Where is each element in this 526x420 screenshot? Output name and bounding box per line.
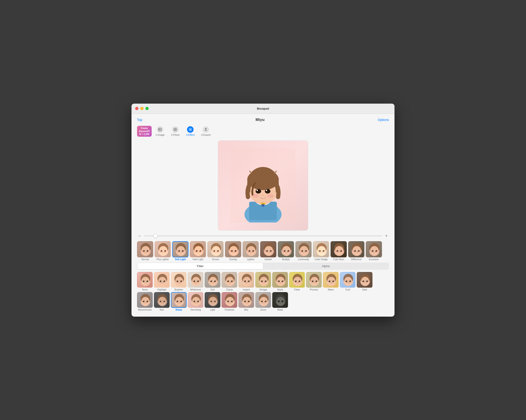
filter-sepia[interactable]: Sepia [272,272,288,291]
blend-mode-plus-lighter[interactable]: Plus Lighter [155,241,171,261]
minimize-button[interactable] [140,107,143,110]
svg-point-50 [159,251,162,253]
svg-point-253 [361,277,369,285]
filter-process[interactable]: Process [306,272,322,291]
filter-zoom[interactable]: Zoom [255,292,271,311]
step-effect-button[interactable]: 3.Effect [183,125,197,138]
filter-denoising[interactable]: Denoising [188,292,203,311]
preview-area [137,140,389,231]
svg-point-274 [175,297,183,305]
svg-point-68 [194,251,197,253]
svg-point-317 [278,300,280,302]
svg-point-113 [283,251,285,253]
svg-point-22 [247,169,279,190]
step-piece-button[interactable]: 2.Piece [168,125,182,138]
svg-point-166 [147,281,147,281]
blend-mode-multiply[interactable]: Multiply [278,241,294,261]
svg-point-42 [147,251,150,253]
blend-mode-screen[interactable]: Screen [207,241,224,261]
filter-cool[interactable]: Cool [340,272,356,291]
svg-point-221 [278,281,279,281]
filter-thumb-sharp [171,292,187,308]
svg-point-77 [212,251,214,253]
filter-vintage[interactable]: Vintage [255,272,271,291]
svg-point-309 [260,297,268,305]
blend-thumb-screen [207,241,224,257]
svg-point-268 [160,300,161,302]
blend-mode-lighten[interactable]: Lighten [243,241,259,261]
svg-point-67 [200,250,200,251]
filter-tab-alpha[interactable]: Alpha [263,263,388,269]
blend-thumb-luminosity [295,241,312,257]
filter-thumb-mask [272,292,288,308]
svg-point-111 [284,250,284,251]
filter-highlight[interactable]: Highlight [154,272,170,291]
svg-point-179 [177,281,177,281]
zoom-in-button[interactable]: + [384,233,389,238]
filter-posterize[interactable]: Posterize [222,292,237,311]
svg-point-51 [165,251,167,253]
svg-point-228 [295,281,295,281]
filter-tab-filter[interactable]: Filter [138,263,263,269]
blend-mode-normal[interactable]: Normal [137,241,153,261]
svg-point-87 [235,251,238,253]
blend-mode-luminosity[interactable]: Luminosity [295,241,312,261]
svg-rect-3 [175,128,177,129]
filter-clamp[interactable]: Clamp [222,272,237,291]
filter-light[interactable]: Light [205,292,220,311]
svg-point-54 [177,246,185,255]
blend-mode-hard-light[interactable]: Hard Light [190,241,206,261]
filter-none[interactable]: None [137,272,153,291]
filter-whiteness[interactable]: Whiteness [188,272,203,291]
svg-point-241 [332,280,334,282]
zoom-out-button[interactable]: − [137,233,142,238]
blend-mode-soft-light[interactable]: Soft Light [172,241,188,261]
filter-label-mask: Mask [277,309,283,311]
svg-point-291 [211,301,211,301]
maximize-button[interactable] [145,107,149,110]
filter-label-warm: Warm [328,288,334,291]
blend-mode-darken[interactable]: Darken [260,241,276,261]
filter-warm[interactable]: Warm [323,272,339,291]
top-link[interactable]: Top [137,118,142,122]
svg-point-93 [249,250,249,251]
svg-point-58 [182,250,182,251]
blend-label-color-burn: Color Burn [333,258,344,261]
zoom-thumb[interactable] [153,234,158,238]
step-export-button[interactable]: 4.Export [198,125,213,138]
filter-brighten[interactable]: Brighten [171,272,187,291]
filter-false[interactable]: False [289,272,305,291]
svg-point-25 [256,190,258,191]
svg-point-41 [142,251,144,253]
filter-thumb-cool [340,272,356,288]
blend-mode-difference[interactable]: Difference [348,241,364,261]
blend-mode-exclusion[interactable]: Exclusion [366,241,382,261]
step-image-button[interactable]: 1.Image [152,125,167,138]
svg-point-184 [193,280,195,282]
svg-point-275 [176,300,178,302]
zoom-track[interactable] [144,235,382,236]
svg-point-159 [376,251,378,253]
filter-mask[interactable]: Mask [272,292,288,311]
svg-point-304 [248,300,250,302]
blend-thumb-darken [260,241,276,257]
filter-instant[interactable]: Instant [238,272,254,291]
svg-point-132 [323,251,325,253]
svg-point-201 [231,281,232,281]
filter-dull[interactable]: Dull [205,272,220,291]
blend-mode-color-burn[interactable]: Color Burn [331,241,347,261]
filter-noir[interactable]: Noir [154,292,170,311]
blend-mode-overlay[interactable]: Overlay [225,241,241,261]
svg-point-150 [358,251,361,253]
step-export-icon [202,126,209,133]
filter-sharp[interactable]: Sharp [171,292,187,311]
filter-monochrome[interactable]: Monochrome [137,292,153,311]
filter-dark[interactable]: Dark [357,272,373,291]
blend-mode-color-dodge[interactable]: Color Dodge [313,241,329,261]
svg-point-198 [227,280,229,282]
close-button[interactable] [135,107,138,110]
filter-blur[interactable]: Blur [238,292,254,311]
svg-point-235 [312,281,312,281]
options-link[interactable]: Options [378,118,389,122]
top-nav: Top Miyu Options [137,117,389,122]
